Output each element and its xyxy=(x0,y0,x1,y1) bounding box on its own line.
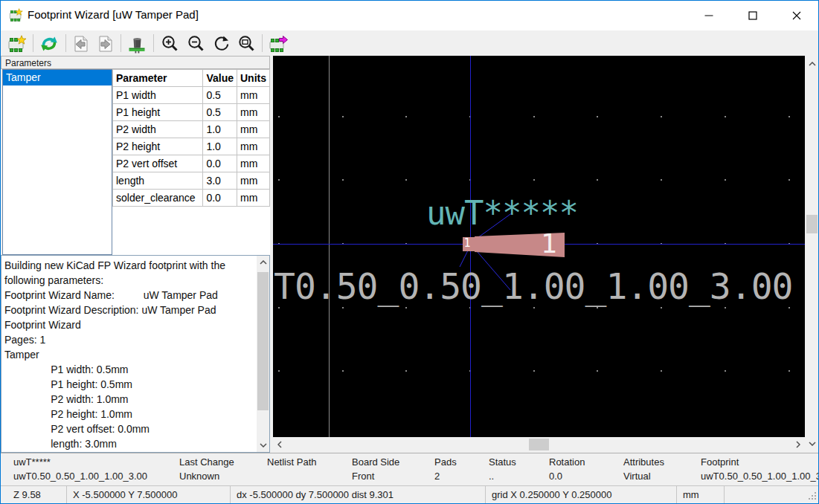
select-wizard-button[interactable] xyxy=(6,33,28,55)
zoom-fit-button[interactable] xyxy=(236,33,258,55)
grid-setting: grid X 0.250000 Y 0.250000 xyxy=(485,486,676,504)
footprint-wizard-window: Footprint Wizard [uW Tamper Pad] xyxy=(0,0,819,504)
canvas-h-scrollbar-thumb[interactable] xyxy=(529,439,549,450)
previous-page-button[interactable] xyxy=(70,33,92,55)
zoom-out-button[interactable] xyxy=(185,33,208,55)
scroll-left-icon[interactable] xyxy=(274,437,285,452)
field-value: 2 xyxy=(434,471,440,482)
maximize-button[interactable] xyxy=(736,1,770,30)
field-value: 0.0 xyxy=(549,471,562,482)
message-panel: Building new KiCad FP Wizard footprint w… xyxy=(1,255,270,453)
toolbar-separator xyxy=(65,34,66,52)
footprint-info-panel: uwT***** uwT0.50_0.50_1.00_1.00_3.00 Las… xyxy=(1,453,818,485)
table-row[interactable]: P2 height1.0mm xyxy=(113,138,270,155)
pad-number-small: 1 xyxy=(460,236,474,250)
field-label: Last Change xyxy=(179,456,234,468)
app-footprint-wizard-icon xyxy=(8,8,23,23)
field-label: Board Side xyxy=(352,456,399,468)
footprint-reference-text: uwT***** xyxy=(426,194,578,232)
zoom-in-button[interactable] xyxy=(159,33,182,55)
status-empty-cell xyxy=(724,486,818,504)
toolbar-separator xyxy=(33,34,33,52)
table-header-row: Parameter Value Units xyxy=(113,70,270,87)
status-bar: Z 9.58 X -5.500000 Y 7.500000 dx -5.5000… xyxy=(1,485,818,503)
main-toolbar xyxy=(1,30,818,56)
canvas-v-scrollbar-thumb[interactable] xyxy=(806,215,818,233)
scroll-up-icon[interactable] xyxy=(257,257,269,268)
zoom-level: Z 9.58 xyxy=(2,486,66,504)
toolbar-separator xyxy=(153,34,154,52)
col-header-value: Value xyxy=(203,70,237,87)
next-page-button[interactable] xyxy=(94,33,117,55)
col-header-units: Units xyxy=(237,70,270,87)
parameter-grid-panel: Parameter Value Units P1 width0.5mm P1 h… xyxy=(112,69,270,255)
field-label: Netlist Path xyxy=(267,456,316,468)
footprint-preview-canvas[interactable]: uwT***** T0.50_0.50_1.00_1.00_3.00 1 1 xyxy=(273,56,805,437)
scroll-down-icon[interactable] xyxy=(806,439,818,449)
cursor-position: X -5.500000 Y 7.500000 xyxy=(66,486,230,504)
canvas-v-scrollbar[interactable] xyxy=(806,56,818,452)
title-bar[interactable]: Footprint Wizard [uW Tamper Pad] xyxy=(1,1,818,30)
redraw-button[interactable] xyxy=(211,33,233,55)
window-title: Footprint Wizard [uW Tamper Pad] xyxy=(28,8,199,21)
table-row[interactable]: P1 width0.5mm xyxy=(113,87,270,104)
field-label: Pads xyxy=(434,456,457,468)
export-footprint-button[interactable] xyxy=(267,33,289,55)
table-row[interactable]: P1 height0.5mm xyxy=(113,104,270,121)
pad-graphics xyxy=(273,56,805,437)
toolbar-separator xyxy=(121,34,121,52)
parameter-table[interactable]: Parameter Value Units P1 width0.5mm P1 h… xyxy=(112,69,270,207)
field-value: uwT0.50_0.50_1.00_1.00_3.00 xyxy=(701,471,818,482)
wizard-messages: Building new KiCad FP Wizard footprint w… xyxy=(4,258,225,451)
footprint-reference: uwT***** xyxy=(13,456,51,468)
toolbar-separator xyxy=(262,34,263,52)
pad-number-large: 1 xyxy=(541,228,557,259)
parameters-header: Parameters xyxy=(1,56,270,69)
scroll-down-icon[interactable] xyxy=(257,440,269,450)
table-row[interactable]: solder_clearance0.0mm xyxy=(113,190,270,207)
field-value: Virtual xyxy=(623,471,651,482)
field-label: Attributes xyxy=(623,456,664,468)
footprint-value-text: T0.50_0.50_1.00_1.00_3.00 xyxy=(274,265,792,307)
canvas-h-scrollbar[interactable] xyxy=(273,437,805,452)
footprint-value: uwT0.50_0.50_1.00_1.00_3.00 xyxy=(13,471,147,482)
message-scrollbar[interactable] xyxy=(257,256,269,452)
field-value: Front xyxy=(352,471,374,482)
field-value: .. xyxy=(489,471,494,482)
scroll-up-icon[interactable] xyxy=(806,59,818,69)
page-list-item-tamper[interactable]: Tamper xyxy=(3,70,112,85)
close-button[interactable] xyxy=(780,1,814,30)
table-row[interactable]: length3.0mm xyxy=(113,172,270,190)
message-scrollbar-thumb[interactable] xyxy=(257,272,269,410)
field-label: Rotation xyxy=(549,456,585,468)
units-indicator: mm xyxy=(676,486,724,504)
col-header-parameter: Parameter xyxy=(113,70,203,87)
minimize-button[interactable] xyxy=(692,1,726,30)
table-row[interactable]: P2 vert offset0.0mm xyxy=(113,155,270,172)
field-label: Status xyxy=(489,456,516,468)
relative-position: dx -5.500000 dy 7.500000 dist 9.301 xyxy=(230,486,485,504)
pad-settings-button[interactable] xyxy=(126,33,148,55)
update-footprint-button[interactable] xyxy=(38,33,60,55)
table-row[interactable]: P2 width1.0mm xyxy=(113,121,270,138)
field-label: Footprint xyxy=(701,456,739,468)
resize-grip-icon[interactable] xyxy=(807,491,817,501)
wizard-page-list[interactable]: Tamper xyxy=(2,69,112,255)
scroll-right-icon[interactable] xyxy=(793,437,803,452)
field-value: Unknown xyxy=(179,471,219,482)
